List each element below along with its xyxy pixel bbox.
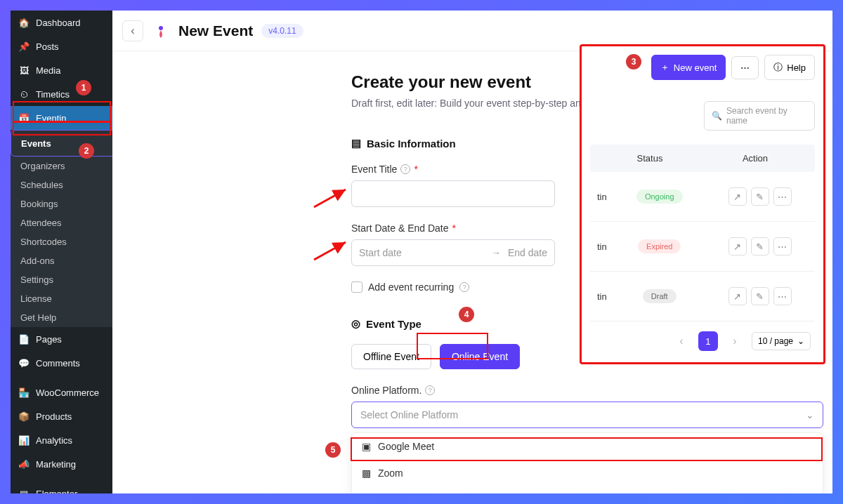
chevron-down-icon: ⌄ bbox=[806, 409, 814, 420]
events-list-panel: ＋New event ⋯ ⓘHelp 🔍Search event by name… bbox=[580, 44, 825, 364]
pin-icon: 📌 bbox=[18, 40, 30, 53]
pagination: ‹ 1 › 10 / page⌄ bbox=[590, 321, 815, 354]
chevron-down-icon: ⌄ bbox=[797, 336, 804, 346]
sidebar-item-analytics[interactable]: 📊Analytics bbox=[11, 428, 112, 452]
media-icon: 🖼 bbox=[18, 64, 30, 77]
platform-option-custom-url[interactable]: ⊕Custom URL bbox=[352, 486, 823, 493]
eventin-logo-icon bbox=[152, 22, 170, 40]
sidebar-sub-license[interactable]: License bbox=[11, 289, 112, 308]
mega-icon: 📣 bbox=[18, 458, 30, 470]
box-icon: 📦 bbox=[18, 410, 30, 423]
page-title: New Event bbox=[178, 22, 253, 39]
edit-icon[interactable]: ✎ bbox=[751, 187, 769, 206]
more-button[interactable]: ⋯ bbox=[731, 56, 759, 79]
next-page-button[interactable]: › bbox=[725, 331, 745, 351]
sidebar-item-posts[interactable]: 📌Posts bbox=[11, 34, 112, 58]
sidebar-item-woocommerce[interactable]: 🏪WooCommerce bbox=[11, 380, 112, 404]
event-title-input[interactable] bbox=[351, 180, 555, 207]
status-badge: Draft bbox=[643, 289, 677, 303]
callout-badge: 5 bbox=[325, 442, 341, 458]
sidebar-sub-shortcodes[interactable]: Shortcodes bbox=[11, 232, 112, 251]
status-badge: Expired bbox=[638, 239, 681, 253]
woo-icon: 🏪 bbox=[18, 386, 30, 399]
view-icon[interactable]: ↗ bbox=[728, 187, 747, 206]
sidebar-item-comments[interactable]: 💬Comments bbox=[11, 351, 112, 375]
sidebar-item-timetics[interactable]: ⏲Timetics bbox=[11, 82, 112, 106]
more-icon[interactable]: ⋯ bbox=[773, 287, 792, 305]
status-badge: Ongoing bbox=[636, 190, 683, 204]
callout-badge: 4 bbox=[459, 307, 474, 322]
callout-badge: 1 bbox=[76, 80, 91, 95]
help-button[interactable]: ⓘHelp bbox=[764, 55, 815, 80]
platform-select[interactable]: Select Online Platform ⌄ bbox=[351, 402, 823, 428]
date-range-input[interactable]: Start date → End date bbox=[351, 239, 555, 266]
sidebar-sub-attendees[interactable]: Attendees bbox=[11, 213, 112, 232]
elementor-icon: ▤ bbox=[18, 487, 30, 493]
more-icon[interactable]: ⋯ bbox=[773, 237, 792, 256]
google-meet-icon: ▣ bbox=[362, 441, 371, 452]
platform-option-google-meet[interactable]: ▣Google Meet bbox=[352, 433, 823, 460]
sidebar-sub-addons[interactable]: Add-ons bbox=[11, 251, 112, 270]
platform-option-zoom[interactable]: ▩Zoom bbox=[352, 460, 823, 486]
arrow-right-icon: → bbox=[491, 247, 501, 258]
plus-icon: ＋ bbox=[660, 61, 669, 74]
sidebar-sub-schedules[interactable]: Schedules bbox=[11, 175, 112, 194]
help-icon[interactable]: ? bbox=[425, 385, 435, 395]
info-icon: ⓘ bbox=[773, 61, 783, 74]
svg-line-2 bbox=[314, 242, 346, 260]
per-page-select[interactable]: 10 / page⌄ bbox=[752, 332, 811, 350]
sidebar-item-pages[interactable]: 📄Pages bbox=[11, 327, 112, 351]
sidebar-item-products[interactable]: 📦Products bbox=[11, 404, 112, 428]
annotation-arrow bbox=[311, 235, 353, 263]
list-icon: ▤ bbox=[351, 137, 361, 150]
sidebar-sub-gethelp[interactable]: Get Help bbox=[11, 308, 112, 327]
comment-icon: 💬 bbox=[18, 357, 30, 369]
new-event-button[interactable]: ＋New event bbox=[651, 55, 726, 80]
sidebar-item-elementor[interactable]: ▤Elementor bbox=[11, 482, 112, 493]
sidebar-sub-settings[interactable]: Settings bbox=[11, 270, 112, 289]
sidebar-item-eventin[interactable]: 📅Eventin bbox=[11, 106, 112, 130]
clock-icon: ⏲ bbox=[18, 88, 30, 100]
more-icon[interactable]: ⋯ bbox=[773, 187, 792, 206]
recurring-checkbox[interactable] bbox=[351, 281, 362, 293]
table-row: tin Expired ↗✎⋯ bbox=[590, 222, 815, 272]
callout-badge: 2 bbox=[79, 143, 94, 159]
sidebar-item-dashboard[interactable]: 🏠Dashboard bbox=[11, 11, 112, 34]
table-row: tin Ongoing ↗✎⋯ bbox=[590, 172, 815, 222]
help-icon[interactable]: ? bbox=[400, 164, 410, 174]
search-events-input[interactable]: 🔍Search event by name bbox=[704, 101, 815, 131]
view-icon[interactable]: ↗ bbox=[728, 237, 747, 256]
edit-icon[interactable]: ✎ bbox=[751, 287, 769, 305]
sidebar-sub-organizers[interactable]: Organizers bbox=[11, 157, 112, 175]
help-icon[interactable]: ? bbox=[459, 282, 469, 292]
page-icon: 📄 bbox=[18, 333, 30, 345]
svg-line-1 bbox=[314, 190, 346, 207]
gauge-icon: 🏠 bbox=[18, 16, 30, 29]
table-header: Status Action bbox=[590, 145, 815, 172]
table-row: tin Draft ↗✎⋯ bbox=[590, 272, 815, 321]
search-icon: 🔍 bbox=[712, 111, 722, 121]
sidebar-item-marketing[interactable]: 📣Marketing bbox=[11, 452, 112, 476]
page-number[interactable]: 1 bbox=[698, 331, 718, 351]
version-badge: v4.0.11 bbox=[261, 24, 303, 38]
online-event-button[interactable]: Online Event bbox=[440, 344, 520, 369]
edit-icon[interactable]: ✎ bbox=[751, 237, 769, 256]
svg-point-0 bbox=[159, 26, 163, 30]
view-icon[interactable]: ↗ bbox=[728, 287, 747, 305]
sidebar-submenu: Events Organizers Schedules Bookings Att… bbox=[11, 130, 112, 327]
sidebar-sub-bookings[interactable]: Bookings bbox=[11, 194, 112, 213]
callout-badge: 3 bbox=[626, 54, 641, 69]
location-icon: ◎ bbox=[351, 317, 360, 330]
event-icon: 📅 bbox=[18, 112, 30, 124]
sidebar-item-media[interactable]: 🖼Media bbox=[11, 58, 112, 82]
platform-dropdown: ▣Google Meet ▩Zoom ⊕Custom URL bbox=[351, 432, 823, 493]
bars-icon: 📊 bbox=[18, 434, 30, 446]
platform-label: Online Platform. ? bbox=[351, 385, 832, 396]
admin-sidebar: 🏠Dashboard 📌Posts 🖼Media ⏲Timetics 📅Even… bbox=[11, 11, 112, 493]
annotation-arrow bbox=[311, 183, 353, 211]
back-button[interactable]: ‹ bbox=[122, 20, 143, 41]
sidebar-sub-events[interactable]: Events bbox=[11, 130, 112, 157]
prev-page-button[interactable]: ‹ bbox=[672, 331, 691, 351]
zoom-icon: ▩ bbox=[362, 467, 371, 479]
offline-event-button[interactable]: Offline Event bbox=[351, 344, 431, 369]
